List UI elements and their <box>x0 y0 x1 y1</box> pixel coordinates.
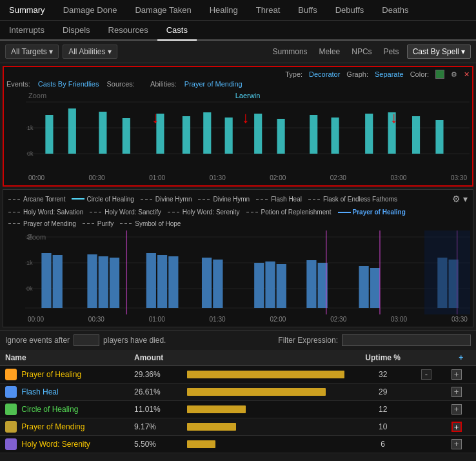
subnav-dispels[interactable]: Dispels <box>54 21 99 39</box>
pom-plus-button[interactable]: + <box>451 422 462 432</box>
subnav-interrupts[interactable]: Interrupts <box>0 21 54 39</box>
flash-heal-name[interactable]: Flash Heal <box>21 387 58 396</box>
pom-minus-cell <box>416 418 446 436</box>
legend-circle-healing[interactable]: Circle of Healing <box>72 196 134 203</box>
filter-expression-label: Filter Expression: <box>278 336 338 345</box>
chart-info-bar: Type: Decorator Graph: Separate Color: ⚙… <box>6 70 470 79</box>
svg-rect-15 <box>310 115 317 154</box>
legend-prayer-healing[interactable]: Prayer of Healing <box>338 209 406 216</box>
legend-row-3: Prayer of Mending Purify Symbol of Hope <box>6 219 470 229</box>
legend-label-purify: Purify <box>97 220 114 227</box>
fh-plus-button[interactable]: + <box>451 387 462 397</box>
ignore-players-input[interactable] <box>74 334 99 346</box>
melee-filter[interactable]: Melee <box>315 46 344 57</box>
prayer-of-mending-name[interactable]: Prayer of Mending <box>21 422 84 431</box>
hws-num: 6 <box>350 436 416 453</box>
legend-line-divine1 <box>141 199 154 200</box>
svg-rect-5 <box>45 115 53 154</box>
nav-summary[interactable]: Summary <box>0 0 54 20</box>
legend-holy-sal[interactable]: Holy Word: Salvation <box>8 209 83 216</box>
svg-rect-9 <box>156 114 164 154</box>
poh-plus-button[interactable]: + <box>451 369 462 380</box>
svg-rect-40 <box>277 264 286 308</box>
chart-settings-icon[interactable]: ⚙ <box>451 70 457 79</box>
legend-purify[interactable]: Purify <box>83 220 114 227</box>
legend-potion[interactable]: Potion of Replenishment <box>246 209 332 216</box>
legend-prayer-mending[interactable]: Prayer of Mending <box>8 220 76 227</box>
legend-line-circle <box>72 198 84 200</box>
nav-deaths[interactable]: Deaths <box>373 0 417 20</box>
npcs-filter[interactable]: NPCs <box>348 46 375 57</box>
poh-minus-cell: - <box>416 366 446 384</box>
subnav-casts[interactable]: Casts <box>157 21 197 41</box>
legend-flask[interactable]: Flask of Endless Fathoms <box>308 196 397 203</box>
sources-label: Sources: <box>106 80 134 88</box>
top-chart-area[interactable]: Zoom Laerwin ↓ ↓ ↓ 1k 0k <box>26 89 470 173</box>
x-tick-b-1: 00:30 <box>88 316 104 323</box>
bottom-chart-area[interactable]: Zoom 2k 1k 0k <box>25 230 470 314</box>
summons-filter[interactable]: Summons <box>269 46 312 57</box>
legend-divine-hymn-1[interactable]: Divine Hymn <box>141 196 192 203</box>
flash-heal-icon <box>5 386 17 398</box>
poh-plus-cell: + <box>446 366 477 384</box>
pom-pct: 9.17% <box>129 418 182 436</box>
hws-plus-button[interactable]: + <box>451 439 462 449</box>
prayer-of-healing-name[interactable]: Prayer of Healing <box>21 370 81 379</box>
nav-debuffs[interactable]: Debuffs <box>326 0 373 20</box>
pets-filter[interactable]: Pets <box>380 46 403 57</box>
top-navigation: Summary Damage Done Damage Taken Healing… <box>0 0 476 21</box>
graph-label: Graph: <box>346 70 368 78</box>
cast-by-spell-dropdown[interactable]: Cast By Spell ▾ <box>407 45 471 59</box>
abilities-value: Prayer of Mending <box>184 80 243 88</box>
svg-text:0k: 0k <box>26 285 33 292</box>
coh-plus-button[interactable]: + <box>451 404 462 415</box>
col-header-plus: + <box>446 350 477 366</box>
legend-label-divine1: Divine Hymn <box>155 196 192 203</box>
svg-rect-16 <box>332 118 339 154</box>
legend-symbol[interactable]: Symbol of Hope <box>120 220 181 227</box>
svg-rect-12 <box>225 118 233 154</box>
x-tick-3: 01:30 <box>210 174 226 181</box>
svg-text:1k: 1k <box>27 125 34 131</box>
holy-word-serenity-name[interactable]: Holy Word: Serenity <box>21 440 90 449</box>
filter-expression-input[interactable] <box>342 334 471 346</box>
legend-flash-heal[interactable]: Flash Heal <box>256 196 302 203</box>
legend-line-potion <box>246 212 259 212</box>
graph-value: Separate <box>375 70 404 78</box>
legend-holy-san[interactable]: Holy Word: Sanctify <box>90 209 161 216</box>
nav-threat[interactable]: Threat <box>247 0 290 20</box>
bottom-chart-settings-icon[interactable]: ⚙ ▾ <box>452 194 468 204</box>
svg-rect-30 <box>87 254 97 308</box>
legend-line-prayer-mending <box>8 223 21 224</box>
subnav-resources[interactable]: Resources <box>99 21 157 39</box>
spell-name-cell: Prayer of Healing <box>0 366 129 384</box>
hws-plus-cell: + <box>446 436 477 453</box>
legend-divine-hymn-2[interactable]: Divine Hymn <box>198 196 250 203</box>
col-header-amount: Amount <box>129 350 350 366</box>
svg-rect-44 <box>370 268 380 308</box>
color-swatch[interactable] <box>435 70 444 79</box>
x-tick-0: 00:00 <box>28 174 45 181</box>
nav-healing[interactable]: Healing <box>201 0 247 20</box>
nav-damage-done[interactable]: Damage Done <box>54 0 126 20</box>
legend-holy-ser[interactable]: Holy Word: Serenity <box>168 209 240 216</box>
table-row: Circle of Healing 11.01% 12 + <box>0 401 476 418</box>
svg-rect-28 <box>41 253 51 308</box>
x-tick-6: 03:00 <box>390 174 406 181</box>
circle-healing-name-cell: Circle of Healing <box>0 401 129 418</box>
all-abilities-dropdown[interactable]: All Abilities ▾ <box>63 45 117 59</box>
all-targets-dropdown[interactable]: All Targets ▾ <box>5 45 59 59</box>
nav-buffs[interactable]: Buffs <box>289 0 326 20</box>
fh-num: 29 <box>350 384 416 401</box>
x-tick-b-0: 00:00 <box>28 316 44 323</box>
holy-serenity-name-cell: Holy Word: Serenity <box>0 436 129 453</box>
legend-label-prayer-healing: Prayer of Healing <box>353 209 406 216</box>
ignore-label-1: Ignore events after <box>5 336 70 345</box>
close-chart-button[interactable]: ✕ <box>464 70 470 79</box>
circle-of-healing-name[interactable]: Circle of Healing <box>21 405 78 414</box>
poh-minus-button[interactable]: - <box>421 369 431 380</box>
nav-damage-taken[interactable]: Damage Taken <box>126 0 200 20</box>
legend-label-divine2: Divine Hymn <box>213 196 250 203</box>
col-header-minus <box>416 350 446 366</box>
legend-arcane-torrent[interactable]: Arcane Torrent <box>8 196 65 203</box>
